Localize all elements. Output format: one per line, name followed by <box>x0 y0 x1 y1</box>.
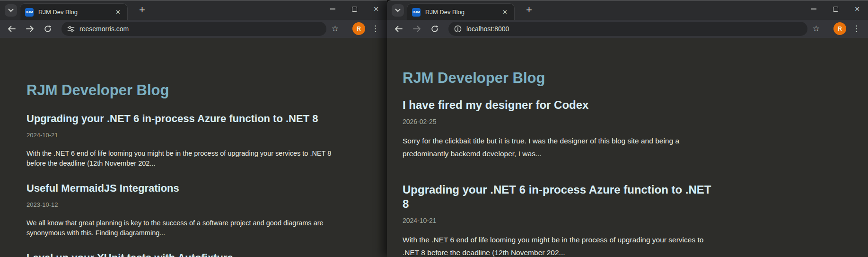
minimize-button[interactable] <box>803 0 824 18</box>
window-controls: ✕ <box>803 0 868 19</box>
close-window-button[interactable]: ✕ <box>365 0 387 18</box>
browser-menu-icon[interactable]: ⋮ <box>369 23 381 35</box>
reload-button[interactable] <box>40 21 56 37</box>
bookmark-star-icon[interactable]: ☆ <box>332 23 339 35</box>
blog-post: Useful MermaidJS Integrations 2023-10-12… <box>26 182 387 238</box>
new-tab-button[interactable]: + <box>523 4 535 16</box>
browser-window-right: RJM RJM Dev Blog ✕ + ✕ <box>387 0 868 257</box>
maximize-button[interactable] <box>824 0 846 18</box>
browser-window-left: RJM RJM Dev Blog ✕ + ✕ <box>0 0 387 257</box>
reload-icon <box>431 25 438 33</box>
tab-rjm-dev-blog[interactable]: RJM RJM Dev Blog ✕ <box>20 3 128 20</box>
forward-button[interactable] <box>22 21 38 37</box>
close-window-button[interactable]: ✕ <box>846 0 868 18</box>
browser-menu-icon[interactable]: ⋮ <box>850 23 862 35</box>
profile-avatar[interactable]: R <box>833 22 846 35</box>
post-excerpt: With the .NET 6 end of life looming you … <box>403 233 705 257</box>
back-arrow-icon <box>395 26 403 32</box>
url-text[interactable]: localhost:8000 <box>466 25 509 33</box>
window-controls: ✕ <box>322 0 387 19</box>
post-date: 2026-02-25 <box>403 118 868 126</box>
blog-post: Level up your XUnit tests with Autofixtu… <box>26 251 387 257</box>
post-date: 2024-10-21 <box>403 217 868 225</box>
new-tab-button[interactable]: + <box>136 4 148 16</box>
maximize-button[interactable] <box>343 0 365 18</box>
blog-post: Upgrading your .NET 6 in-process Azure f… <box>26 112 387 168</box>
tab-close-icon[interactable]: ✕ <box>114 8 123 17</box>
site-info-icon[interactable] <box>454 25 462 33</box>
post-excerpt: With the .NET 6 end of life looming you … <box>26 149 336 168</box>
back-arrow-icon <box>8 26 16 32</box>
reload-button[interactable] <box>427 21 443 37</box>
chevron-down-icon <box>8 9 14 12</box>
blog-title: RJM Developer Blog <box>403 69 868 87</box>
post-title-link[interactable]: Upgrading your .NET 6 in-process Azure f… <box>26 112 387 125</box>
maximize-icon <box>352 7 357 12</box>
post-date: 2024-10-21 <box>26 132 387 139</box>
post-title-link[interactable]: Upgrading your .NET 6 in-process Azure f… <box>403 183 715 211</box>
tab-title: RJM Dev Blog <box>425 9 500 16</box>
blog-post: I have fired my designer for Codex 2026-… <box>403 98 868 160</box>
post-excerpt: Sorry for the clickbait title but it is … <box>403 134 705 160</box>
tab-rjm-dev-blog[interactable]: RJM RJM Dev Blog ✕ <box>407 3 515 20</box>
maximize-icon <box>833 7 838 12</box>
post-date: 2023-10-12 <box>26 201 387 209</box>
url-text[interactable]: reesemorris.com <box>79 25 129 33</box>
post-excerpt: We all know that great planning is key t… <box>26 218 336 238</box>
minimize-icon <box>811 9 816 9</box>
blog-title: RJM Developer Blog <box>26 81 387 99</box>
page-content: RJM Developer Blog I have fired my desig… <box>387 38 868 257</box>
blog-post: Upgrading your .NET 6 in-process Azure f… <box>403 183 868 257</box>
tab-strip: RJM RJM Dev Blog ✕ + ✕ <box>387 1 868 20</box>
reload-icon <box>44 25 52 33</box>
browser-toolbar: localhost:8000 ☆ R ⋮ <box>387 20 868 38</box>
tab-search-button[interactable] <box>392 4 404 17</box>
site-settings-icon[interactable] <box>67 25 75 33</box>
tab-close-icon[interactable]: ✕ <box>500 8 509 17</box>
profile-avatar[interactable]: R <box>352 22 365 35</box>
forward-arrow-icon <box>26 26 34 32</box>
post-title-link[interactable]: Level up your XUnit tests with Autofixtu… <box>26 251 387 257</box>
bookmark-star-icon[interactable]: ☆ <box>813 23 820 35</box>
page-content: RJM Developer Blog Upgrading your .NET 6… <box>0 38 387 257</box>
site-favicon: RJM <box>412 8 421 17</box>
address-bar[interactable]: reesemorris.com <box>61 22 326 36</box>
forward-arrow-icon <box>412 26 421 32</box>
browser-toolbar: reesemorris.com ☆ R ⋮ <box>0 20 387 38</box>
forward-button[interactable] <box>409 21 425 37</box>
tab-strip: RJM RJM Dev Blog ✕ + ✕ <box>0 1 387 20</box>
back-button[interactable] <box>391 21 407 37</box>
back-button[interactable] <box>4 21 20 37</box>
post-title-link[interactable]: Useful MermaidJS Integrations <box>26 182 387 195</box>
minimize-icon <box>330 9 335 9</box>
minimize-button[interactable] <box>322 0 343 18</box>
tab-title: RJM Dev Blog <box>38 9 114 16</box>
site-favicon: RJM <box>25 8 34 17</box>
post-title-link[interactable]: I have fired my designer for Codex <box>403 98 715 112</box>
tab-search-button[interactable] <box>5 4 17 17</box>
address-bar[interactable]: localhost:8000 <box>448 22 807 36</box>
chevron-down-icon <box>395 9 401 12</box>
